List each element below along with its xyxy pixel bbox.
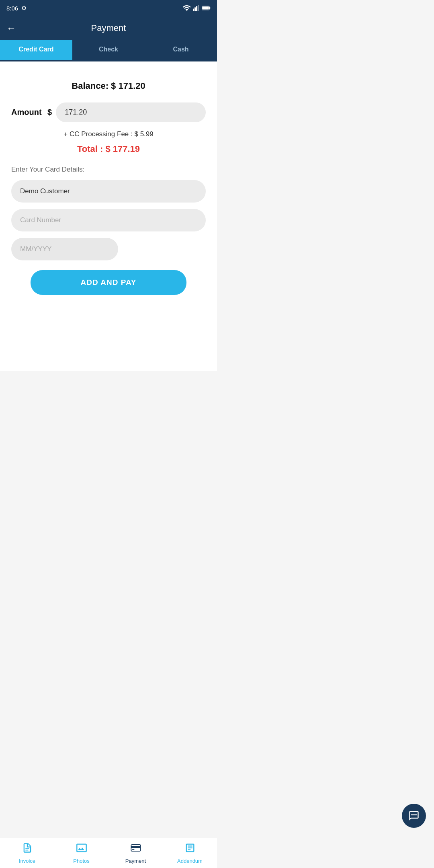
- balance-display: Balance: $ 171.20: [11, 81, 206, 91]
- svg-rect-2: [194, 7, 196, 11]
- header: ← Payment: [0, 16, 217, 40]
- wifi-icon: [182, 5, 190, 11]
- tab-cash[interactable]: Cash: [145, 40, 217, 60]
- processing-fee-text: + CC Processing Fee : $ 5.99: [11, 130, 206, 138]
- tabs-container: Credit Card Check Cash: [0, 40, 217, 61]
- tab-check[interactable]: Check: [72, 40, 145, 60]
- expiry-input[interactable]: [11, 238, 118, 260]
- tab-credit-card[interactable]: Credit Card: [0, 40, 72, 60]
- svg-rect-1: [193, 9, 194, 11]
- amount-input[interactable]: [56, 102, 206, 122]
- svg-rect-7: [202, 6, 209, 9]
- main-content: Balance: $ 171.20 Amount $ + CC Processi…: [0, 61, 217, 371]
- svg-rect-6: [209, 7, 210, 9]
- gear-icon: ⚙: [21, 4, 27, 12]
- page-title: Payment: [91, 23, 126, 33]
- signal-icon: [193, 5, 199, 11]
- currency-symbol: $: [47, 108, 52, 117]
- status-time: 8:06: [6, 5, 18, 12]
- amount-label: Amount: [11, 108, 43, 117]
- card-number-input[interactable]: [11, 209, 206, 231]
- cardholder-name-input[interactable]: [11, 180, 206, 203]
- add-and-pay-button[interactable]: ADD AND PAY: [31, 270, 186, 295]
- amount-row: Amount $: [11, 102, 206, 122]
- svg-rect-3: [196, 6, 197, 11]
- svg-rect-4: [198, 5, 199, 11]
- status-right: [182, 5, 211, 11]
- card-details-label: Enter Your Card Details:: [11, 166, 206, 174]
- svg-point-0: [186, 10, 188, 11]
- back-button[interactable]: ←: [6, 23, 16, 34]
- total-display: Total : $ 177.19: [11, 144, 206, 154]
- battery-icon: [202, 5, 211, 11]
- status-bar: 8:06 ⚙: [0, 0, 217, 16]
- status-left: 8:06 ⚙: [6, 4, 27, 12]
